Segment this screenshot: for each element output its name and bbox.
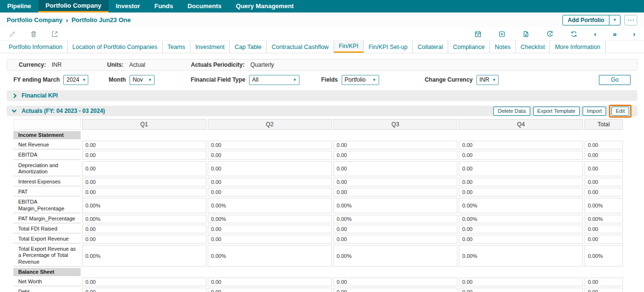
- tabs-bar: Portfolio InformationLocation of Portfol…: [0, 41, 644, 53]
- tab-notes[interactable]: Notes: [490, 41, 516, 53]
- table-cell: 0.00: [334, 178, 458, 186]
- currency-value: INR: [52, 61, 62, 68]
- refresh-icon[interactable]: [570, 30, 578, 38]
- table-cell: 0.00%: [584, 198, 623, 213]
- change-currency-filter: Change Currency INR ▼: [425, 75, 499, 85]
- field-type-select[interactable]: All ▼: [249, 75, 299, 85]
- file-export-icon[interactable]: [522, 30, 530, 38]
- export-template-button[interactable]: Export Template: [533, 107, 580, 116]
- nav-item-query-management[interactable]: Query Management: [229, 0, 301, 12]
- month-select[interactable]: Nov ▼: [130, 75, 155, 85]
- field-type-label: Financial Field Type: [191, 76, 245, 83]
- table-cell: 0.00: [208, 141, 332, 149]
- fy-label: FY ending March: [13, 76, 60, 83]
- section-row: Balance Sheet: [13, 268, 623, 276]
- chevron-left-icon[interactable]: ‹: [594, 30, 596, 37]
- table-cell: 0.00: [584, 225, 623, 233]
- actuals-section-header[interactable]: Actuals (FY: 04 2023 - 03 2024) Delete D…: [7, 106, 637, 116]
- fields-value: Portfolio: [345, 76, 366, 83]
- chevron-down-icon[interactable]: ▼: [609, 15, 620, 25]
- blank-cell: [584, 268, 623, 276]
- tab-location-of-portfolio-companies[interactable]: Location of Portfolio Companies: [68, 41, 163, 53]
- import-button[interactable]: Import: [583, 107, 606, 116]
- fy-select[interactable]: 2024 ▼: [63, 75, 88, 85]
- tab-portfolio-information[interactable]: Portfolio Information: [4, 41, 68, 53]
- table-row: Net Revenue0.000.000.000.000.00: [13, 141, 623, 149]
- add-portfolio-split-button: Add Portfolio ▼: [562, 15, 620, 25]
- more-actions-button[interactable]: ⋯: [624, 15, 637, 25]
- change-currency-select[interactable]: INR ▼: [477, 75, 499, 85]
- breadcrumb-item-portfolio-jun23-one[interactable]: Portfolio Jun23 One: [72, 16, 131, 24]
- nav-item-investor[interactable]: Investor: [108, 0, 147, 12]
- column-header-q2: Q2: [208, 119, 332, 130]
- tab-fin-kpi[interactable]: Fin/KPI: [334, 41, 364, 53]
- table-cell: 0.00%: [208, 245, 332, 267]
- table-cell: 0.00: [82, 151, 206, 159]
- fields-select[interactable]: Portfolio ▼: [342, 75, 379, 85]
- table-cell: 0.00: [459, 278, 583, 286]
- tab-teams[interactable]: Teams: [163, 41, 191, 53]
- row-label: PAT Margin_Percentage: [13, 215, 81, 223]
- table-cell: 0.00%: [459, 215, 583, 223]
- tab-investment[interactable]: Investment: [191, 41, 230, 53]
- nav-item-documents[interactable]: Documents: [180, 0, 229, 12]
- table-cell: 0.00%: [82, 245, 206, 267]
- top-nav: PipelinePortfolio CompanyInvestorFundsDo…: [0, 0, 644, 12]
- tab-contractual-cashflow[interactable]: Contractual Cashflow: [267, 41, 334, 53]
- field-type-filter: Financial Field Type All ▼: [191, 75, 299, 85]
- tab-cap-table[interactable]: Cap Table: [230, 41, 267, 53]
- table-cell: 0.00: [459, 225, 583, 233]
- edit-button-highlight: Edit: [609, 105, 632, 118]
- template-icon[interactable]: [498, 30, 506, 38]
- chevron-right-icon[interactable]: ›: [633, 30, 635, 37]
- tab-compliance[interactable]: Compliance: [448, 41, 490, 53]
- tab-fin-kpi-set-up[interactable]: Fin/KPI Set-up: [364, 41, 413, 53]
- chevron-down-icon: ▼: [293, 78, 297, 82]
- row-label: Total Export Revenue: [13, 235, 81, 243]
- table-cell: 0.00%: [334, 245, 458, 267]
- nav-item-pipeline[interactable]: Pipeline: [0, 0, 38, 12]
- financial-kpi-section-header[interactable]: Financial KPI: [7, 90, 637, 101]
- blank-cell: [208, 268, 332, 276]
- table-cell: 0.00: [334, 288, 458, 292]
- table-cell: 0.00: [584, 278, 623, 286]
- content: Currency: INR Units: Actual Actuals Peri…: [0, 53, 644, 292]
- fin-table: Q1Q2Q3Q4TotalIncome StatementNet Revenue…: [13, 119, 637, 292]
- periodicity-value: Quarterly: [250, 61, 274, 68]
- double-chevron-right-icon[interactable]: »: [613, 30, 617, 37]
- edit-icon[interactable]: [9, 30, 16, 38]
- units-info: Units: Actual: [107, 61, 145, 68]
- month-filter: Month Nov ▼: [108, 75, 155, 85]
- blank-cell: [459, 268, 583, 276]
- nav-item-portfolio-company[interactable]: Portfolio Company: [38, 0, 108, 12]
- month-value: Nov: [132, 76, 143, 83]
- calendar-icon[interactable]: [474, 30, 482, 38]
- table-cell: 0.00: [584, 288, 623, 292]
- header-actions: Add Portfolio ▼ ⋯: [562, 15, 637, 25]
- table-cell: 0.00: [208, 225, 332, 233]
- edit-button[interactable]: Edit: [611, 107, 629, 116]
- flip-icon[interactable]: [51, 30, 59, 38]
- actuals-buttons: Delete DataExport TemplateImportEdit: [493, 105, 632, 118]
- chevron-down-icon: [12, 108, 17, 112]
- tab-more-information[interactable]: More Information: [550, 41, 605, 53]
- financial-kpi-title: Financial KPI: [22, 92, 58, 99]
- go-button[interactable]: Go: [599, 75, 631, 85]
- delete-icon[interactable]: [30, 30, 37, 38]
- fields-filter: Fields Portfolio ▼: [321, 75, 379, 85]
- delete-data-button[interactable]: Delete Data: [493, 107, 530, 116]
- nav-item-funds[interactable]: Funds: [147, 0, 180, 12]
- table-cell: 0.00: [459, 151, 583, 159]
- row-label: Income Statement: [13, 131, 81, 139]
- table-row: PAT Margin_Percentage0.00%0.00%0.00%0.00…: [13, 215, 623, 223]
- blank-cell: [334, 131, 458, 139]
- add-portfolio-button[interactable]: Add Portfolio: [563, 15, 609, 25]
- table-cell: 0.00%: [82, 215, 206, 223]
- table-cell: 0.00: [208, 151, 332, 159]
- tab-collateral[interactable]: Collateral: [413, 41, 448, 53]
- breadcrumb-item-portfolio-company[interactable]: Portfolio Company: [7, 16, 62, 24]
- table-cell: 0.00: [82, 161, 206, 176]
- table-header-row: Q1Q2Q3Q4Total: [13, 119, 623, 130]
- tab-checklist[interactable]: Checklist: [516, 41, 550, 53]
- history-icon[interactable]: [546, 30, 554, 38]
